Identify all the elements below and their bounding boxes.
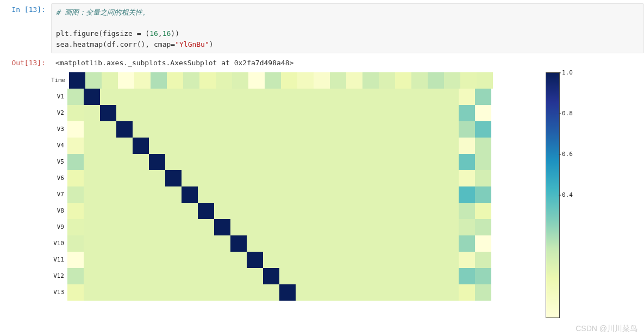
heatmap-cell — [182, 89, 198, 105]
heatmap-cell — [328, 154, 345, 170]
heatmap-cell — [279, 268, 296, 284]
heatmap-cell — [328, 203, 345, 219]
heatmap-cell — [100, 203, 116, 219]
heatmap-cell — [393, 203, 410, 219]
heatmap-cell — [442, 121, 459, 138]
heatmap-cell — [216, 72, 232, 89]
heatmap-cell — [475, 170, 491, 186]
heatmap-cell — [393, 105, 410, 121]
heatmap-cell — [198, 105, 214, 121]
heatmap-cell — [410, 203, 426, 219]
heatmap-cell — [426, 268, 442, 284]
heatmap-cell — [263, 252, 279, 268]
y-tick-label: Time — [51, 72, 69, 89]
heatmap-cell — [279, 154, 296, 170]
heatmap-cell — [345, 284, 361, 301]
heatmap-cell — [312, 235, 328, 252]
heatmap-cell — [361, 268, 377, 284]
heatmap-cell — [393, 235, 410, 252]
heatmap-cell — [410, 154, 426, 170]
y-tick-label: V8 — [51, 203, 67, 219]
heatmap-cell — [410, 268, 426, 284]
heatmap-cell — [263, 284, 279, 301]
heatmap-cell — [263, 138, 279, 154]
y-tick-label: V6 — [51, 170, 67, 186]
heatmap-cell — [426, 186, 442, 203]
heatmap-cell — [165, 219, 182, 235]
heatmap-cell — [263, 235, 279, 252]
heatmap-cell — [328, 121, 345, 138]
heatmap-cell — [475, 252, 491, 268]
heatmap-cell — [165, 284, 182, 301]
heatmap-cell — [182, 170, 198, 186]
heatmap-cell — [361, 219, 377, 235]
heatmap-cell — [198, 186, 214, 203]
heatmap-cell — [67, 105, 84, 121]
heatmap-cell — [133, 203, 149, 219]
heatmap-cell — [149, 154, 165, 170]
heatmap-cell — [426, 235, 442, 252]
heatmap-cell — [198, 235, 214, 252]
heatmap-cell — [312, 138, 328, 154]
heatmap-cell — [100, 235, 116, 252]
heatmap-cell — [312, 105, 328, 121]
code-area[interactable]: # 画图：变量之间的相关性。 plt.figure(figsize = (16,… — [51, 3, 644, 53]
heatmap-cell — [100, 268, 116, 284]
heatmap-cell — [279, 203, 296, 219]
heatmap-cell — [475, 268, 491, 284]
heatmap-cell — [182, 154, 198, 170]
heatmap-cell — [361, 105, 377, 121]
heatmap-cell — [410, 284, 426, 301]
heatmap-cell — [426, 219, 442, 235]
heatmap-cell — [328, 235, 345, 252]
heatmap-cell — [426, 89, 442, 105]
heatmap-cell — [149, 252, 165, 268]
y-tick-label: V2 — [51, 105, 67, 121]
heatmap-cell — [475, 138, 491, 154]
heatmap-row: V8 — [51, 203, 491, 219]
heatmap-cell — [67, 284, 84, 301]
heatmap-cell — [247, 235, 263, 252]
heatmap-cell — [84, 268, 100, 284]
heatmap-cell — [118, 72, 134, 89]
heatmap-cell — [230, 235, 247, 252]
heatmap-cell — [297, 72, 314, 89]
heatmap-cell — [477, 72, 493, 89]
colorbar-tick: 1.0 — [562, 69, 573, 76]
heatmap-cell — [116, 235, 133, 252]
heatmap-cell — [265, 72, 281, 89]
heatmap-cell — [442, 235, 459, 252]
heatmap-cell — [312, 284, 328, 301]
heatmap-cell — [296, 89, 312, 105]
heatmap-cell — [345, 219, 361, 235]
heatmap-cell — [279, 219, 296, 235]
heatmap-cell — [410, 252, 426, 268]
heatmap-cell — [198, 252, 214, 268]
heatmap-cell — [345, 203, 361, 219]
heatmap-cell — [167, 72, 183, 89]
heatmap-cell — [442, 170, 459, 186]
heatmap-cell — [263, 203, 279, 219]
heatmap-cell — [426, 154, 442, 170]
heatmap-cell — [85, 72, 102, 89]
heatmap-cell — [377, 138, 393, 154]
heatmap-cell — [100, 170, 116, 186]
heatmap-cell — [230, 170, 247, 186]
heatmap-cell — [84, 284, 100, 301]
heatmap-cell — [100, 121, 116, 138]
heatmap-cell — [133, 154, 149, 170]
heatmap-cell — [182, 138, 198, 154]
heatmap-cell — [247, 284, 263, 301]
heatmap-cell — [459, 252, 475, 268]
y-tick-label: V9 — [51, 219, 67, 235]
heatmap-cell — [393, 89, 410, 105]
heatmap-cell — [116, 105, 133, 121]
heatmap-cell — [151, 72, 167, 89]
heatmap-cell — [279, 121, 296, 138]
heatmap-cell — [345, 105, 361, 121]
heatmap-cell — [279, 284, 296, 301]
heatmap-cell — [84, 219, 100, 235]
heatmap-cell — [230, 203, 247, 219]
heatmap-cell — [133, 219, 149, 235]
heatmap-cell — [393, 284, 410, 301]
